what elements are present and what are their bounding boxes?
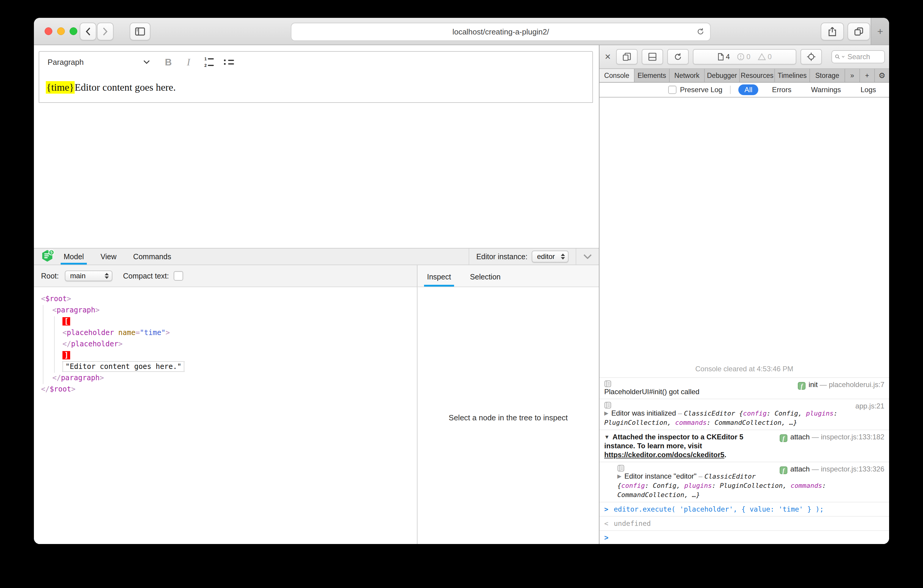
window-content: Paragraph B I 1 2 [34,45,889,544]
log-entry-meta: finit — placeholderui.js:7 [798,380,884,390]
placeholder-widget[interactable]: {time} [46,81,75,94]
inspector-tab-storage[interactable]: Storage [810,69,845,82]
console-log-entry[interactable]: fattach — inspector.js:133:326▶Editor in… [599,462,889,502]
editor-toolbar: Paragraph B I 1 2 [39,51,593,73]
disclosure-triangle-icon[interactable]: ▶ [618,473,621,479]
source-location-link[interactable]: app.js:21 [856,402,884,410]
compact-text-checkbox[interactable] [174,271,183,281]
console-filter-errors[interactable]: Errors [766,84,797,95]
search-input[interactable] [846,52,881,62]
bulleted-list-button[interactable] [219,53,239,71]
crosshair-icon [806,52,816,62]
ck-tab-model[interactable]: Model [62,248,85,264]
console-text: . [724,451,726,459]
add-inspector-tab-button[interactable]: + [860,69,875,82]
input-chevron-icon: > [604,505,608,514]
resource-status-group[interactable]: 4 0 0 [693,49,797,64]
source-location-link[interactable]: — inspector.js:133:326 [810,465,884,473]
numbered-list-button[interactable]: 1 2 [199,53,219,71]
close-inspector-button[interactable]: ✕ [604,52,612,62]
editor-content-area[interactable]: {time} Editor content goes here. [39,72,593,103]
ckeditor-logo-icon: 5 [41,250,54,264]
console-link[interactable]: https://ckeditor.com/docs/ckeditor5 [604,451,724,459]
search-icon [835,54,840,60]
share-button[interactable] [821,23,844,40]
console-text: PluginCollection, [604,419,675,426]
source-location-link[interactable]: — placeholderui.js:7 [818,381,884,389]
ck-inspector-collapse-button[interactable] [576,248,599,264]
model-tree-line[interactable]: <placeholder name="time"> [34,327,417,338]
dock-bottom-button[interactable] [642,49,663,64]
console-filter-all[interactable]: All [738,84,758,95]
inspector-toolbar: ✕ 4 [599,45,889,69]
heading-dropdown[interactable]: Paragraph [39,57,158,67]
dock-bottom-icon [648,52,657,61]
ck-tab-view[interactable]: View [99,248,118,264]
tree-token-br: < [41,295,45,303]
console-text: : [706,419,714,426]
console-log-entry[interactable]: fattach — inspector.js:133:182▼Attached … [599,430,889,462]
inspector-tab-timelines[interactable]: Timelines [775,69,810,82]
inspector-tab-resources[interactable]: Resources [740,69,775,82]
model-tree-line[interactable]: <$root> [34,293,417,304]
detach-inspector-button[interactable] [616,49,637,64]
element-picker-button[interactable] [800,49,822,64]
tree-token-tag: placeholder [67,328,114,337]
inspector-tab-elements[interactable]: Elements [635,69,670,82]
minimize-window-button[interactable] [57,27,65,35]
tab-overflow-button[interactable]: » [845,69,860,82]
model-tree-line[interactable]: <paragraph> [34,304,417,316]
inspector-tab-console[interactable]: Console [599,69,635,82]
preserve-log-checkbox[interactable] [668,85,677,94]
tree-token-attr: name [118,328,136,337]
console-input-echo[interactable]: >editor.execute( 'placeholder', { value:… [599,502,889,516]
function-name: attach [790,433,810,441]
ck-tab-commands[interactable]: Commands [132,248,172,264]
ck-subtab-selection[interactable]: Selection [469,273,502,287]
console-filter-logs[interactable]: Logs [855,84,882,95]
console-filter-warnings[interactable]: Warnings [805,84,847,95]
sidebar-toggle-button[interactable] [130,23,151,40]
address-bar[interactable]: localhost/creating-a-plugin2/ [291,23,711,41]
console-text: plugins [684,482,712,489]
new-tab-button[interactable]: + [870,18,889,44]
tree-token-br: > [67,295,71,303]
model-tree-line[interactable]: </paragraph> [34,372,417,383]
model-tree-line[interactable]: [ [34,316,417,327]
italic-button[interactable]: I [178,53,199,71]
console-prompt[interactable]: > [599,531,889,544]
disclosure-triangle-icon[interactable]: ▶ [604,410,608,416]
inspector-tab-network[interactable]: Network [670,69,705,82]
console-text: config [743,410,767,417]
console-text: Editor instance "editor" [624,472,698,480]
back-button[interactable] [80,23,96,40]
sidebar-icon [135,27,145,36]
forward-button[interactable] [97,23,113,40]
inspector-settings-button[interactable]: ⚙ [875,69,889,82]
close-window-button[interactable] [44,27,53,35]
root-select[interactable]: main [65,271,112,281]
inspector-reload-button[interactable] [667,49,689,64]
model-tree-line[interactable]: </placeholder> [34,338,417,350]
model-tree-line[interactable]: </$root> [34,383,417,395]
console-log-entry[interactable]: app.js:21▶Editor was initialized – Class… [599,399,889,430]
console-text: plugins [806,410,834,417]
disclosure-triangle-icon[interactable]: ▼ [604,434,609,440]
reload-icon [696,27,705,36]
editor-instance-select[interactable]: editor [532,251,568,263]
console-log-entry[interactable]: finit — placeholderui.js:7PlaceholderUI#… [599,377,889,399]
preserve-log-control[interactable]: Preserve Log [668,85,723,94]
reload-button[interactable] [696,27,705,36]
warning-triangle-icon [758,53,766,61]
ck-subtab-inspect[interactable]: Inspect [426,273,452,287]
source-location-link[interactable]: — inspector.js:133:182 [810,433,884,441]
zoom-window-button[interactable] [70,27,77,35]
bold-button[interactable]: B [158,53,178,71]
model-tree-line[interactable]: ] [34,350,417,361]
inspector-tab-debugger[interactable]: Debugger [705,69,740,82]
model-tree-line[interactable]: "Editor content goes here." [34,361,417,372]
inspector-search-field[interactable] [831,50,885,63]
ck-inspect-tabs: InspectSelection [417,265,599,287]
tab-overview-button[interactable] [847,23,870,40]
window-controls [44,27,77,35]
